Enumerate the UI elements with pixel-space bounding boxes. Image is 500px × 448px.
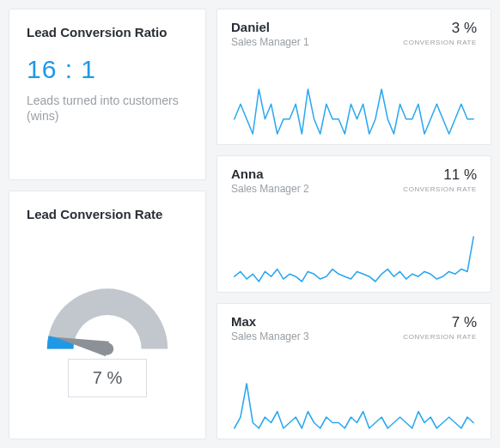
- sparkline-max: [231, 380, 477, 432]
- ratio-title: Lead Conversion Ratio: [27, 25, 188, 39]
- person-card-anna: Anna Sales Manager 2 11 % CONVERSION RAT…: [216, 155, 491, 292]
- rate-title: Lead Conversion Rate: [27, 207, 188, 221]
- person-rate: 3 % CONVERSION RATE: [403, 20, 477, 46]
- ratio-value: 16 : 1: [27, 55, 188, 84]
- gauge: 7 %: [27, 237, 188, 423]
- person-info: Anna Sales Manager 2: [231, 166, 309, 195]
- person-rate-value: 11 %: [403, 166, 477, 184]
- person-info: Daniel Sales Manager 1: [231, 20, 309, 48]
- person-header: Max Sales Manager 3 7 % CONVERSION RATE: [231, 314, 477, 342]
- gauge-svg: [30, 263, 185, 366]
- person-rate-label: CONVERSION RATE: [403, 333, 477, 341]
- person-rate-label: CONVERSION RATE: [403, 185, 477, 193]
- sparkline-anna: [231, 233, 477, 285]
- person-rate: 11 % CONVERSION RATE: [403, 166, 477, 193]
- person-card-max: Max Sales Manager 3 7 % CONVERSION RATE: [216, 303, 491, 439]
- person-role: Sales Manager 2: [231, 183, 309, 195]
- person-rate: 7 % CONVERSION RATE: [403, 314, 477, 341]
- person-rate-label: CONVERSION RATE: [403, 39, 477, 46]
- sparkline-wrap: [231, 48, 477, 137]
- person-role: Sales Manager 3: [231, 330, 309, 342]
- person-info: Max Sales Manager 3: [231, 314, 309, 342]
- lead-conversion-ratio-card: Lead Conversion Ratio 16 : 1 Leads turne…: [9, 9, 206, 180]
- person-header: Daniel Sales Manager 1 3 % CONVERSION RA…: [231, 20, 477, 48]
- person-rate-value: 3 %: [403, 20, 477, 37]
- sparkline-daniel: [231, 86, 477, 137]
- sparkline-wrap: [231, 195, 477, 284]
- lead-conversion-rate-card: Lead Conversion Rate 7 %: [9, 191, 206, 439]
- person-header: Anna Sales Manager 2 11 % CONVERSION RAT…: [231, 166, 477, 195]
- right-column: Daniel Sales Manager 1 3 % CONVERSION RA…: [216, 9, 491, 439]
- person-rate-value: 7 %: [403, 314, 477, 331]
- svg-point-1: [101, 342, 113, 354]
- gauge-value-label: 7 %: [68, 359, 147, 397]
- person-name: Max: [231, 314, 309, 329]
- ratio-subtitle: Leads turned into customers (wins): [27, 93, 188, 124]
- sparkline-wrap: [231, 342, 477, 432]
- person-name: Anna: [231, 166, 309, 181]
- person-card-daniel: Daniel Sales Manager 1 3 % CONVERSION RA…: [216, 9, 491, 145]
- person-name: Daniel: [231, 20, 309, 34]
- person-role: Sales Manager 1: [231, 36, 309, 48]
- left-column: Lead Conversion Ratio 16 : 1 Leads turne…: [9, 9, 206, 439]
